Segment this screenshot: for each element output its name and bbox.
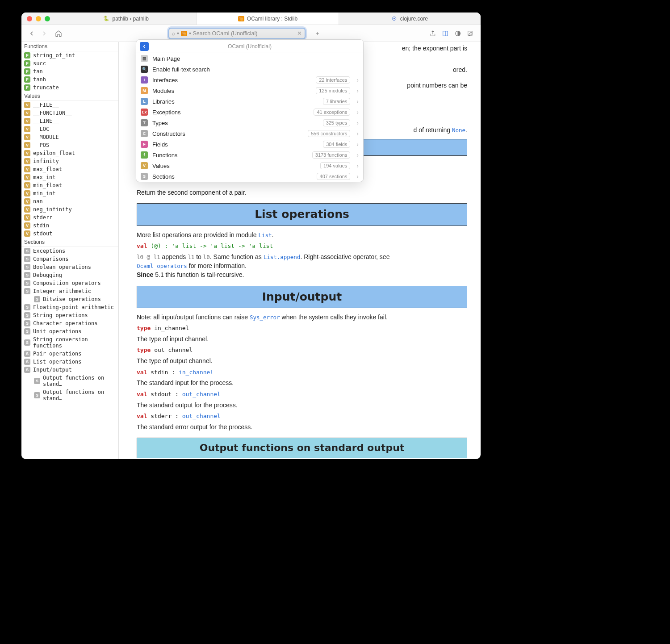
sidebar-item[interactable]: V__POS__ xyxy=(21,141,118,149)
new-tab-button[interactable]: ＋ xyxy=(312,28,323,39)
sidebar-item[interactable]: SUnit operations xyxy=(21,327,118,335)
popup-row-label: Enable full-text search xyxy=(152,66,210,73)
sidebar-item[interactable]: SCharacter operations xyxy=(21,319,118,327)
popup-row[interactable]: ExExceptions41 exceptions› xyxy=(136,107,363,117)
sidebar-item[interactable]: V__FUNCTION__ xyxy=(21,109,118,117)
sidebar-item[interactable]: SDebugging xyxy=(21,271,118,279)
sidebar-item[interactable]: Vstdin xyxy=(21,222,118,230)
sidebar-item[interactable]: SOutput functions on stand… xyxy=(21,374,118,388)
sidebar-item[interactable]: SExceptions xyxy=(21,247,118,255)
home-button[interactable] xyxy=(53,28,64,39)
popup-row-label: Libraries xyxy=(152,98,175,105)
search-scope-chevron[interactable]: ▾ xyxy=(189,31,191,36)
sidebar-item[interactable]: Fsucc xyxy=(21,59,118,67)
tab[interactable]: 🐍pathlib › pathlib xyxy=(55,13,197,25)
back-button[interactable] xyxy=(26,28,38,39)
item-kind-badge: F xyxy=(24,76,30,83)
minimize-window-button[interactable] xyxy=(36,16,41,21)
item-kind-badge: S xyxy=(24,256,30,262)
popup-row[interactable]: LLibraries7 libraries› xyxy=(136,96,363,107)
item-kind-badge: V xyxy=(24,142,30,148)
item-kind-badge: S xyxy=(24,288,30,294)
popup-row-label: Types xyxy=(152,120,168,126)
append-signature: val (@) : 'a list -> 'a list -> 'a list xyxy=(137,242,467,251)
sidebar-item-label: Bitwise operations xyxy=(43,296,101,302)
list-append-link[interactable]: List.append xyxy=(264,254,301,260)
forward-button[interactable] xyxy=(38,28,50,39)
sidebar-item[interactable]: SComparisons xyxy=(21,255,118,263)
popup-row[interactable]: SSections407 sections› xyxy=(136,171,363,182)
sidebar-item[interactable]: SComposition operators xyxy=(21,279,118,287)
sidebar-item[interactable]: V__MODULE__ xyxy=(21,133,118,141)
search-field[interactable]: ⌕ ▾ 🐫 ▾ ✕ xyxy=(168,28,306,39)
item-kind-badge: V xyxy=(24,126,30,132)
sidebar-item[interactable]: Vmax_float xyxy=(21,165,118,173)
popup-header: OCaml (Unofficial) xyxy=(136,40,363,53)
sidebar-item[interactable]: V__FILE__ xyxy=(21,101,118,109)
in-channel-type: type in_channel xyxy=(137,324,467,333)
close-window-button[interactable] xyxy=(27,16,32,21)
sidebar-item-label: epsilon_float xyxy=(33,150,75,156)
popup-row[interactable]: IInterfaces22 interfaces› xyxy=(136,75,363,85)
ocaml-operators-link[interactable]: Ocaml_operators xyxy=(137,263,187,269)
sidebar-item[interactable]: Fstring_of_int xyxy=(21,51,118,59)
sidebar-item[interactable]: Vstdout xyxy=(21,230,118,238)
sidebar-item[interactable]: SString conversion functions xyxy=(21,335,118,350)
sidebar-item[interactable]: Ftruncate xyxy=(21,84,118,92)
sidebar-item[interactable]: SList operations xyxy=(21,358,118,366)
sidebar-item[interactable]: SInteger arithmetic xyxy=(21,287,118,295)
appearance-button[interactable] xyxy=(452,28,464,39)
popup-row[interactable]: ▤Main Page xyxy=(136,53,363,64)
sidebar-item[interactable]: Ftanh xyxy=(21,75,118,84)
sidebar-item-label: min_int xyxy=(33,190,56,197)
sidebar-item[interactable]: V__LOC__ xyxy=(21,125,118,133)
item-kind-badge: V xyxy=(24,102,30,108)
sidebar-item[interactable]: Vstderr xyxy=(21,213,118,222)
item-kind-badge: F xyxy=(24,52,30,59)
sidebar-item-label: tan xyxy=(33,68,43,75)
popup-row[interactable]: 🔍Enable full-text search xyxy=(136,64,363,75)
bookmarks-button[interactable] xyxy=(440,28,451,39)
sidebar-item[interactable]: SInput/output xyxy=(21,366,118,374)
sidebar-item[interactable]: Vinfinity xyxy=(21,157,118,165)
search-scope-icon[interactable]: ▾ xyxy=(177,31,179,36)
sidebar-item[interactable]: Ftan xyxy=(21,67,118,75)
sidebar-item[interactable]: SBoolean operations xyxy=(21,263,118,271)
item-kind-badge: F xyxy=(24,68,30,75)
sidebar-item[interactable]: SBitwise operations xyxy=(21,295,118,303)
sidebar-item[interactable]: Vmin_int xyxy=(21,189,118,197)
tab[interactable]: ⦿clojure.core xyxy=(339,13,481,25)
search-input[interactable] xyxy=(193,30,295,37)
sidebar-item[interactable]: Vmin_float xyxy=(21,181,118,189)
sidebar-item-label: Integer arithmetic xyxy=(33,288,91,294)
edit-button[interactable] xyxy=(465,28,476,39)
sys-error-link[interactable]: Sys_error xyxy=(250,314,280,321)
zoom-window-button[interactable] xyxy=(45,16,50,21)
popup-row[interactable]: CConstructors556 constructors› xyxy=(136,128,363,139)
sidebar-item-label: truncate xyxy=(33,84,59,91)
tab[interactable]: 🐫OCaml library : Stdlib xyxy=(197,13,339,25)
out-channel-desc: The type of output channel. xyxy=(137,356,467,365)
popup-row[interactable]: VValues194 values› xyxy=(136,160,363,171)
sidebar-item[interactable]: V__LINE__ xyxy=(21,117,118,125)
sidebar-item[interactable]: Vepsilon_float xyxy=(21,149,118,157)
share-button[interactable] xyxy=(427,28,439,39)
popup-row[interactable]: fFunctions3173 functions› xyxy=(136,150,363,160)
popup-back-button[interactable] xyxy=(140,42,149,51)
sidebar-item[interactable]: SString operations xyxy=(21,311,118,319)
sidebar-item[interactable]: SOutput functions on stand… xyxy=(21,388,118,402)
popup-row[interactable]: TTypes325 types› xyxy=(136,117,363,128)
list-module-link[interactable]: List xyxy=(258,232,272,238)
popup-row[interactable]: MModules125 modules› xyxy=(136,85,363,96)
sidebar-item[interactable]: Vmax_int xyxy=(21,173,118,181)
sidebar-item[interactable]: SFloating-point arithmetic xyxy=(21,303,118,311)
popup-row[interactable]: FFields304 fields› xyxy=(136,139,363,150)
item-kind-badge: V xyxy=(24,198,30,205)
clear-search-button[interactable]: ✕ xyxy=(297,30,302,37)
popup-row-label: Exceptions xyxy=(152,109,181,116)
sidebar-item[interactable]: Vnan xyxy=(21,197,118,205)
sidebar-item[interactable]: Vneg_infinity xyxy=(21,205,118,213)
none-link[interactable]: None xyxy=(452,127,465,134)
sidebar[interactable]: FunctionsFstring_of_intFsuccFtanFtanhFtr… xyxy=(21,42,119,459)
sidebar-item[interactable]: SPair operations xyxy=(21,350,118,358)
